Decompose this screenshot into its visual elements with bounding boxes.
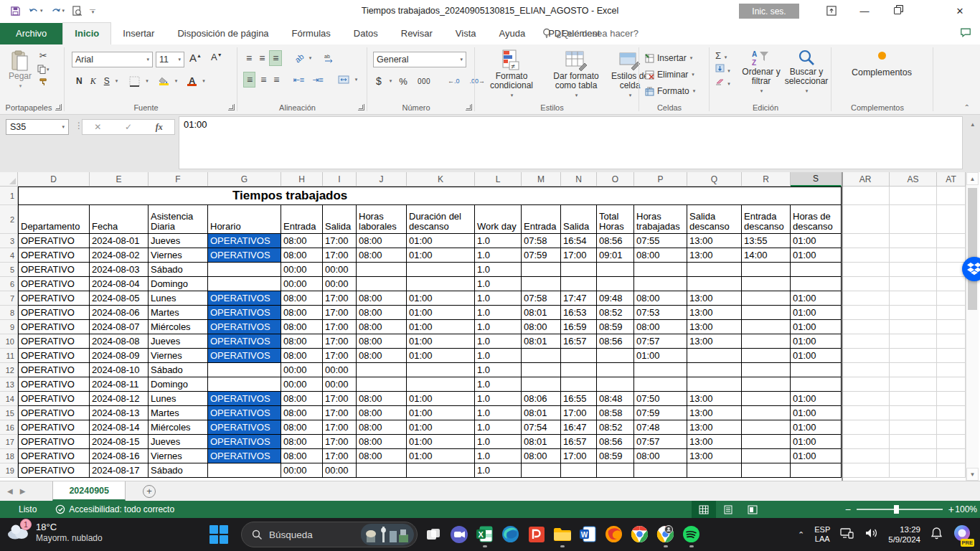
merge-center-icon[interactable] xyxy=(335,72,352,88)
percent-format-icon[interactable]: % xyxy=(396,73,410,89)
cell-D17[interactable]: OPERATIVO xyxy=(18,435,90,449)
cell-J6[interactable] xyxy=(357,277,407,291)
cell-K7[interactable]: 01:00 xyxy=(407,291,475,306)
tab-datos[interactable]: Datos xyxy=(342,23,390,44)
cell-D5[interactable]: OPERATIVO xyxy=(18,263,90,277)
cell-L15[interactable]: 1.0 xyxy=(475,406,522,420)
cell-K13[interactable] xyxy=(407,377,475,392)
cell-AS11[interactable] xyxy=(890,349,937,363)
cell-I3[interactable]: 17:00 xyxy=(323,234,357,248)
cell-S6[interactable] xyxy=(791,277,842,291)
cell-F5[interactable]: Sábado xyxy=(149,263,208,277)
fill-icon[interactable]: ▾ xyxy=(715,64,730,75)
cell-F16[interactable]: Miércoles xyxy=(149,420,208,435)
header-cell-G2[interactable]: Horario xyxy=(208,205,281,234)
borders-icon[interactable] xyxy=(126,73,143,89)
cell-J10[interactable]: 08:00 xyxy=(357,334,407,349)
edge-icon[interactable] xyxy=(501,522,520,546)
row-header-9[interactable]: 9 xyxy=(0,320,18,334)
col-header-P[interactable]: P xyxy=(634,172,687,187)
cell-H13[interactable]: 00:00 xyxy=(281,377,323,392)
row-header-13[interactable]: 13 xyxy=(0,377,18,392)
cell-D13[interactable]: OPERATIVO xyxy=(18,377,90,392)
cell-K5[interactable] xyxy=(407,263,475,277)
cell-O5[interactable] xyxy=(597,263,634,277)
cell-H8[interactable]: 08:00 xyxy=(281,306,323,320)
cell-M10[interactable]: 08:01 xyxy=(522,334,561,349)
clock[interactable]: 13:29 5/9/2024 xyxy=(888,524,920,545)
header-cell-D2[interactable]: Departamento xyxy=(18,205,90,234)
col-header-J[interactable]: J xyxy=(357,172,407,187)
cell-F12[interactable]: Sábado xyxy=(149,363,208,377)
col-header-AS[interactable]: AS xyxy=(890,172,937,187)
cell-O3[interactable]: 08:56 xyxy=(597,234,634,248)
cell-AR15[interactable] xyxy=(842,406,890,420)
cell-M6[interactable] xyxy=(522,277,561,291)
header-cell-R2[interactable]: Entrada descanso xyxy=(742,205,791,234)
cell-L5[interactable]: 1.0 xyxy=(475,263,522,277)
cell-AT3[interactable] xyxy=(937,234,966,248)
cell-R4[interactable]: 14:00 xyxy=(742,248,791,263)
cell-M16[interactable]: 07:54 xyxy=(522,420,561,435)
cell-J11[interactable]: 08:00 xyxy=(357,349,407,363)
tab-vista[interactable]: Vista xyxy=(444,23,488,44)
cell-S3[interactable]: 01:00 xyxy=(791,234,842,248)
cell-S11[interactable]: 01:00 xyxy=(791,349,842,363)
cell-P19[interactable] xyxy=(634,463,687,478)
cell-AS2[interactable] xyxy=(890,205,937,234)
cell-N9[interactable]: 16:59 xyxy=(561,320,597,334)
cell-R10[interactable] xyxy=(742,334,791,349)
page-break-view-button[interactable] xyxy=(740,501,765,518)
cell-Q14[interactable]: 13:00 xyxy=(687,392,742,406)
cell-Q7[interactable]: 13:00 xyxy=(687,291,742,306)
cell-AT13[interactable] xyxy=(937,377,966,392)
cell-G10[interactable]: OPERATIVOS xyxy=(208,334,281,349)
cell-P12[interactable] xyxy=(634,363,687,377)
cell-H16[interactable]: 08:00 xyxy=(281,420,323,435)
weather-widget[interactable]: 1 18°C Mayorm. nublado xyxy=(6,521,103,544)
cell-H12[interactable]: 00:00 xyxy=(281,363,323,377)
cut-icon[interactable]: ✂ xyxy=(37,50,50,61)
tab-fórmulas[interactable]: Fórmulas xyxy=(281,23,342,44)
cell-L17[interactable]: 1.0 xyxy=(475,435,522,449)
increase-indent-icon[interactable]: ⇥≡ xyxy=(309,72,326,88)
cell-L18[interactable]: 1.0 xyxy=(475,449,522,463)
cell-N8[interactable]: 16:53 xyxy=(561,306,597,320)
cell-S9[interactable]: 01:00 xyxy=(791,320,842,334)
cell-D10[interactable]: OPERATIVO xyxy=(18,334,90,349)
cell-AR8[interactable] xyxy=(842,306,890,320)
cell-S4[interactable]: 01:00 xyxy=(791,248,842,263)
cell-E15[interactable]: 2024-08-13 xyxy=(90,406,149,420)
cell-G14[interactable]: OPERATIVOS xyxy=(208,392,281,406)
cell-AS14[interactable] xyxy=(890,392,937,406)
align-middle-icon[interactable]: ≡ xyxy=(256,50,267,66)
cell-AR9[interactable] xyxy=(842,320,890,334)
cell-AR6[interactable] xyxy=(842,277,890,291)
cell-N16[interactable]: 16:47 xyxy=(561,420,597,435)
cell-G18[interactable]: OPERATIVOS xyxy=(208,449,281,463)
cell-AT7[interactable] xyxy=(937,291,966,306)
cell-AT5[interactable] xyxy=(937,263,966,277)
cell-O19[interactable] xyxy=(597,463,634,478)
scroll-down-icon[interactable]: ▼ xyxy=(966,468,979,481)
cell-G17[interactable]: OPERATIVOS xyxy=(208,435,281,449)
cell-E8[interactable]: 2024-08-06 xyxy=(90,306,149,320)
cancel-entry-icon[interactable]: ✕ xyxy=(94,122,101,132)
undo-icon[interactable]: ▾ xyxy=(28,6,43,16)
cell-AS19[interactable] xyxy=(890,463,937,478)
cell-I17[interactable]: 17:00 xyxy=(323,435,357,449)
cell-O11[interactable] xyxy=(597,349,634,363)
cell-E12[interactable]: 2024-08-10 xyxy=(90,363,149,377)
merged-title-cell[interactable]: Tiempos trabajados xyxy=(18,187,842,205)
cell-O12[interactable] xyxy=(597,363,634,377)
redo-icon[interactable]: ▾ xyxy=(50,6,65,16)
tab-disposición-de-página[interactable]: Disposición de página xyxy=(166,23,280,44)
row-header-12[interactable]: 12 xyxy=(0,363,18,377)
format-as-table-button[interactable]: Dar formato como tabla▾ xyxy=(547,49,606,100)
tab-revisar[interactable]: Revisar xyxy=(390,23,444,44)
cell-AS7[interactable] xyxy=(890,291,937,306)
cell-D8[interactable]: OPERATIVO xyxy=(18,306,90,320)
cell-N3[interactable]: 16:54 xyxy=(561,234,597,248)
sheet-nav-right-icon[interactable]: ▶ xyxy=(20,487,33,495)
cell-AR16[interactable] xyxy=(842,420,890,435)
